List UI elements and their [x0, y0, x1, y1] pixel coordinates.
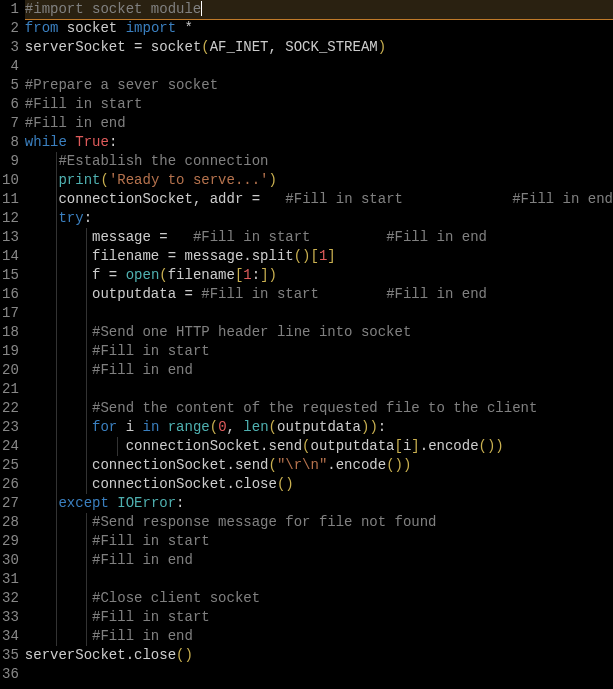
- code-line[interactable]: except IOError:: [25, 494, 613, 513]
- code-line[interactable]: try:: [25, 209, 613, 228]
- indent-guide: [56, 456, 57, 475]
- code-token: 1: [243, 267, 251, 283]
- code-editor[interactable]: 1234567891011121314151617181920212223242…: [0, 0, 613, 684]
- code-token: [25, 153, 59, 169]
- code-line[interactable]: #Fill in start: [25, 532, 613, 551]
- code-line[interactable]: #Close client socket: [25, 589, 613, 608]
- code-token: ]: [327, 248, 335, 264]
- code-line[interactable]: #Fill in start: [25, 342, 613, 361]
- code-line[interactable]: print('Ready to serve...'): [25, 171, 613, 190]
- code-line[interactable]: connectionSocket.send("\r\n".encode()): [25, 456, 613, 475]
- code-token: (): [176, 647, 193, 663]
- code-token: [117, 267, 125, 283]
- code-token: #import socket module: [25, 1, 201, 17]
- code-token: True: [75, 134, 109, 150]
- code-line[interactable]: [25, 665, 613, 684]
- code-token: [25, 552, 92, 568]
- indent-guide: [56, 228, 57, 247]
- indent-guide: [86, 475, 87, 494]
- code-line[interactable]: message = #Fill in start #Fill in end: [25, 228, 613, 247]
- code-line[interactable]: #Fill in end: [25, 114, 613, 133]
- code-token: ,: [227, 419, 235, 435]
- code-token: [168, 229, 193, 245]
- code-line[interactable]: for i in range(0, len(outputdata)):: [25, 418, 613, 437]
- code-line[interactable]: outputdata = #Fill in start #Fill in end: [25, 285, 613, 304]
- code-line[interactable]: #Fill in end: [25, 627, 613, 646]
- line-number: 36: [0, 665, 19, 684]
- code-token: :: [378, 419, 386, 435]
- line-number: 20: [0, 361, 19, 380]
- line-number: 34: [0, 627, 19, 646]
- code-line[interactable]: serverSocket.close(): [25, 646, 613, 665]
- indent-guide: [56, 152, 57, 171]
- code-line[interactable]: #Fill in start: [25, 608, 613, 627]
- code-line[interactable]: #Prepare a sever socket: [25, 76, 613, 95]
- code-token: message.split: [176, 248, 294, 264]
- code-token: import: [126, 20, 176, 36]
- code-token: :: [252, 267, 260, 283]
- code-token: f: [25, 267, 109, 283]
- code-token: [25, 419, 92, 435]
- indent-guide: [56, 475, 57, 494]
- code-token: connectionSocket.close: [25, 476, 277, 492]
- line-number: 21: [0, 380, 19, 399]
- code-line[interactable]: from socket import *: [25, 19, 613, 38]
- code-line[interactable]: #Fill in end: [25, 551, 613, 570]
- code-token: :: [84, 210, 92, 226]
- code-line[interactable]: while True:: [25, 133, 613, 152]
- code-line[interactable]: [25, 304, 613, 323]
- code-line[interactable]: #Fill in start: [25, 95, 613, 114]
- code-line[interactable]: connectionSocket, addr = #Fill in start …: [25, 190, 613, 209]
- code-line[interactable]: #import socket module: [25, 0, 613, 20]
- indent-guide: [56, 342, 57, 361]
- code-token: ): [269, 172, 277, 188]
- line-number: 15: [0, 266, 19, 285]
- indent-guide: [56, 437, 57, 456]
- line-number: 13: [0, 228, 19, 247]
- code-token: addr: [201, 191, 251, 207]
- code-token: [25, 533, 92, 549]
- code-line[interactable]: #Fill in end: [25, 361, 613, 380]
- code-token: [25, 172, 59, 188]
- code-token: outputdata: [277, 419, 361, 435]
- code-line[interactable]: f = open(filename[1:]): [25, 266, 613, 285]
- code-line[interactable]: #Establish the connection: [25, 152, 613, 171]
- code-token: connectionSocket.send: [25, 457, 269, 473]
- code-token: filename: [25, 248, 168, 264]
- code-line[interactable]: connectionSocket.close(): [25, 475, 613, 494]
- line-number: 25: [0, 456, 19, 475]
- code-token: socket: [58, 20, 125, 36]
- code-line[interactable]: #Send one HTTP header line into socket: [25, 323, 613, 342]
- line-number: 35: [0, 646, 19, 665]
- code-token: in: [143, 419, 160, 435]
- code-token: #Fill in end: [386, 286, 487, 302]
- code-token: "\r\n": [277, 457, 327, 473]
- line-number: 24: [0, 437, 19, 456]
- code-line[interactable]: serverSocket = socket(AF_INET, SOCK_STRE…: [25, 38, 613, 57]
- code-token: .encode: [420, 438, 479, 454]
- indent-guide: [56, 323, 57, 342]
- code-token: [25, 362, 92, 378]
- code-area[interactable]: #import socket modulefrom socket import …: [25, 0, 613, 684]
- code-token: *: [176, 20, 193, 36]
- code-token: (: [268, 457, 276, 473]
- code-token: 0: [218, 419, 226, 435]
- line-number: 9: [0, 152, 19, 171]
- line-number: 31: [0, 570, 19, 589]
- code-line[interactable]: connectionSocket.send(outputdata[i].enco…: [25, 437, 613, 456]
- indent-guide: [56, 551, 57, 570]
- line-number-gutter: 1234567891011121314151617181920212223242…: [0, 0, 25, 684]
- code-token: ,: [269, 39, 277, 55]
- code-line[interactable]: [25, 380, 613, 399]
- line-number: 19: [0, 342, 19, 361]
- indent-guide: [56, 190, 57, 209]
- code-token: #Send one HTTP header line into socket: [92, 324, 411, 340]
- code-line[interactable]: [25, 570, 613, 589]
- code-token: [260, 191, 285, 207]
- code-line[interactable]: [25, 57, 613, 76]
- code-token: #Fill in end: [92, 552, 193, 568]
- code-token: )): [361, 419, 378, 435]
- code-line[interactable]: filename = message.split()[1]: [25, 247, 613, 266]
- code-line[interactable]: #Send response message for file not foun…: [25, 513, 613, 532]
- code-line[interactable]: #Send the content of the requested file …: [25, 399, 613, 418]
